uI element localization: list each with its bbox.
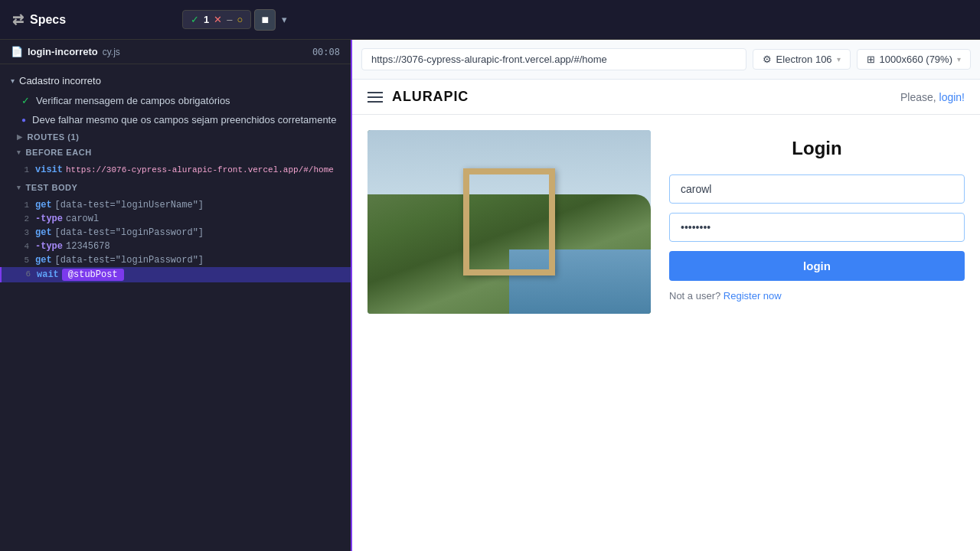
login-title: Login <box>669 138 965 159</box>
keyword-visit: visit <box>35 165 63 175</box>
kw-type-2: -type <box>35 241 63 252</box>
dropdown-arrow[interactable]: ▾ <box>282 14 287 25</box>
frame-decoration <box>463 168 555 276</box>
stop-icon: ■ <box>261 13 269 27</box>
fail-icon: ✕ <box>214 14 222 25</box>
login-form: Login login Not a user? Register now <box>669 130 965 302</box>
app-navbar-left: ALURAPIC <box>368 89 469 105</box>
visit-url: https://3076-cypress-alurapic-front.verc… <box>66 165 334 174</box>
specs-logo[interactable]: ⇄ Specs <box>0 11 176 28</box>
test-body-label: TEST BODY <box>26 183 78 192</box>
specs-label: Specs <box>30 13 66 27</box>
app-frame: ALURAPIC Please, login! Login <box>352 80 980 551</box>
login-wrapper: Login login Not a user? Register now <box>352 115 980 329</box>
code-line-4: 4 -type 12345678 <box>0 240 351 253</box>
type-val-1: carowl <box>66 214 99 224</box>
file-header: 📄 login-incorreto cy.js 00:08 <box>0 40 351 64</box>
app-navbar: ALURAPIC Please, login! <box>352 80 980 115</box>
routes-label: ROUTES (1) <box>28 132 80 142</box>
suite-chevron: ▾ <box>11 77 15 85</box>
pass-count: 1 <box>204 14 209 25</box>
register-link[interactable]: Register now <box>724 290 782 302</box>
specs-menu-icon: ⇄ <box>12 11 24 28</box>
kw-get-3: get <box>35 255 52 266</box>
filename: login-incorreto <box>28 46 98 57</box>
type-val-2: 12345678 <box>66 241 110 252</box>
file-icon: 📄 <box>11 46 23 57</box>
selector-3: [data-test="loginPassword"] <box>55 255 204 266</box>
kw-get-2: get <box>35 227 52 238</box>
test-pass-icon: ✓ <box>21 95 30 106</box>
test-status-badge[interactable]: ✓ 1 ✕ – ○ <box>182 10 251 29</box>
left-panel: 📄 login-incorreto cy.js 00:08 ▾ Cadastro… <box>0 40 352 551</box>
test-item-1[interactable]: ✓ Verificar mensagem de campos obrigatór… <box>0 91 351 110</box>
password-input[interactable] <box>669 213 965 242</box>
file-ext: cy.js <box>103 47 120 57</box>
routes-section[interactable]: ▶ ROUTES (1) <box>0 129 351 145</box>
before-each-chevron: ▾ <box>17 148 21 156</box>
code-line-6: 6 wait @stubPost <box>0 267 351 282</box>
code-line-3: 3 get [data-test="loginPassword"] <box>0 226 351 240</box>
register-text: Not a user? <box>669 290 720 302</box>
top-bar: ⇄ Specs ✓ 1 ✕ – ○ ■ ▾ <box>0 0 980 40</box>
test-2-label: Deve falhar mesmo que os campos sejam pr… <box>32 114 336 126</box>
code-line-5: 5 get [data-test="loginPassword"] <box>0 253 351 267</box>
suite-header[interactable]: ▾ Cadastro incorreto <box>0 70 351 91</box>
login-image <box>368 130 651 314</box>
code-line-1: 1 get [data-test="loginUserName"] <box>0 198 351 212</box>
viewport-button[interactable]: ⊞ 1000x660 (79%) ▾ <box>857 49 971 70</box>
dash-icon: – <box>227 14 232 25</box>
test-1-label: Verificar mensagem de campos obrigatório… <box>36 95 230 106</box>
viewport-label: 1000x660 (79%) <box>880 54 952 65</box>
electron-icon: ⚙ <box>763 54 772 65</box>
routes-chevron: ▶ <box>17 133 23 141</box>
test-pending-icon: ● <box>21 116 26 124</box>
main-layout: 📄 login-incorreto cy.js 00:08 ▾ Cadastro… <box>0 40 980 551</box>
test-timer: 00:08 <box>312 47 340 57</box>
hamburger-line-2 <box>368 96 383 98</box>
hamburger-line-3 <box>368 101 383 103</box>
kw-type-1: -type <box>35 214 63 224</box>
login-button[interactable]: login <box>669 251 965 281</box>
stub-badge: @stubPost <box>62 269 124 281</box>
right-panel: ⚙ Electron 106 ▾ ⊞ 1000x660 (79%) ▾ <box>352 40 980 551</box>
app-navbar-right: Please, login! <box>900 91 965 103</box>
test-body-chevron: ▾ <box>17 184 21 191</box>
test-body-code: 1 get [data-test="loginUserName"] 2 -typ… <box>0 195 351 285</box>
browser-toolbar: ⚙ Electron 106 ▾ ⊞ 1000x660 (79%) ▾ <box>352 40 980 80</box>
before-each-label: BEFORE EACH <box>26 148 92 157</box>
selector-1: [data-test="loginUserName"] <box>55 200 204 210</box>
app-brand: ALURAPIC <box>392 89 469 105</box>
spinner-icon: ○ <box>237 14 243 25</box>
register-prompt: Not a user? Register now <box>669 290 965 302</box>
before-each-code: 1 visit https://3076-cypress-alurapic-fr… <box>0 160 351 180</box>
electron-dropdown-arrow: ▾ <box>837 55 841 64</box>
viewport-icon: ⊞ <box>867 54 875 65</box>
code-line-before-1: 1 visit https://3076-cypress-alurapic-fr… <box>0 163 351 177</box>
url-bar[interactable] <box>361 48 746 70</box>
electron-button[interactable]: ⚙ Electron 106 ▾ <box>753 49 851 70</box>
stop-button[interactable]: ■ <box>254 9 276 31</box>
hamburger-line-1 <box>368 92 383 93</box>
test-item-2[interactable]: ● Deve falhar mesmo que os campos sejam … <box>0 110 351 129</box>
viewport-dropdown-arrow: ▾ <box>957 55 961 64</box>
username-input[interactable] <box>669 174 965 204</box>
kw-wait: wait <box>37 269 59 280</box>
top-bar-controls: ✓ 1 ✕ – ○ ■ ▾ <box>176 9 980 31</box>
please-text: Please, <box>900 91 939 103</box>
check-icon: ✓ <box>191 14 199 25</box>
suite-label: Cadastro incorreto <box>19 75 101 86</box>
test-body-section[interactable]: ▾ TEST BODY <box>0 180 351 195</box>
file-title: 📄 login-incorreto cy.js <box>11 46 120 57</box>
login-link[interactable]: login! <box>939 91 965 103</box>
hamburger-menu[interactable] <box>368 92 383 103</box>
before-each-section[interactable]: ▾ BEFORE EACH <box>0 145 351 160</box>
code-line-2: 2 -type carowl <box>0 212 351 226</box>
kw-get-1: get <box>35 200 52 210</box>
selector-2: [data-test="loginPassword"] <box>55 227 204 238</box>
tests-tree: ▾ Cadastro incorreto ✓ Verificar mensage… <box>0 64 351 551</box>
electron-label: Electron 106 <box>776 54 832 65</box>
